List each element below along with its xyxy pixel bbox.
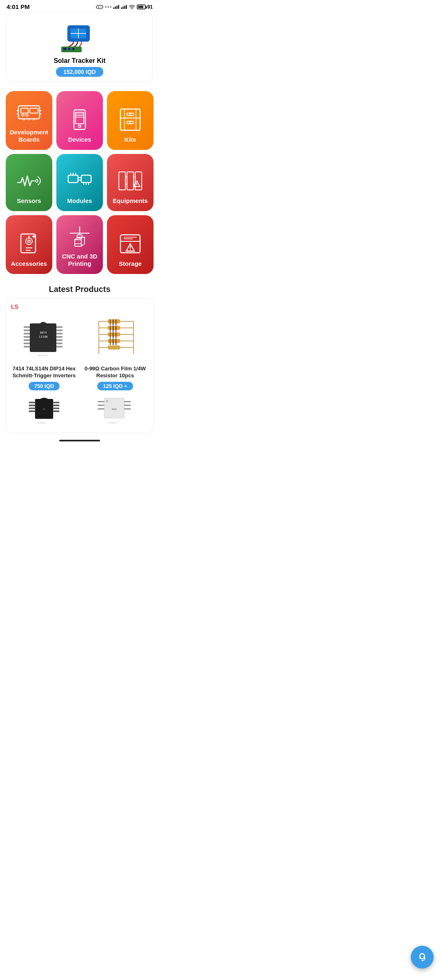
svg-rect-128 [29,402,35,403]
svg-rect-141 [98,405,104,406]
optocoupler-image: 4N35 Ardunic [87,395,144,428]
svg-point-43 [35,180,36,182]
category-item-modules[interactable]: Modules [56,154,103,211]
svg-rect-55 [127,172,134,190]
svg-text:Ardunic: Ardunic [38,354,49,356]
bottom-bar [0,438,159,446]
svg-text:4N35: 4N35 [111,408,117,410]
svg-rect-27 [22,114,24,116]
product-item-name: 0-99Ω Carbon Film 1/4W Resistor 10pcs [82,365,148,379]
svg-point-34 [78,125,81,127]
sensor-wave-icon [16,168,42,194]
product-item-price: 125 IQD + [97,382,133,390]
top-product-card[interactable]: Solar Tracker Kit 152,000 IQD [7,12,153,82]
svg-text:LS14N: LS14N [39,335,47,339]
svg-rect-130 [29,408,35,409]
svg-rect-44 [68,175,78,183]
svg-rect-91 [24,343,30,344]
signal-icon-2 [121,5,127,9]
home-indicator [59,440,100,441]
svg-text:IC: IC [43,408,45,410]
latest-products-card: LS SN74 LS14N [6,298,154,433]
category-label-sensors: Sensors [17,197,41,205]
svg-text:Ardunic: Ardunic [109,421,118,424]
product-image [55,17,104,54]
svg-rect-45 [81,175,91,183]
svg-rect-74 [75,240,81,246]
svg-text:SN74: SN74 [40,331,47,334]
svg-rect-131 [29,410,35,412]
category-label-dev-boards: DevelopmentBoards [10,129,48,143]
circuit-board-icon [16,99,42,125]
category-label-accessories: Accessories [11,260,47,267]
category-item-dev-boards[interactable]: DevelopmentBoards [6,91,52,150]
equipment-icon [117,168,143,194]
svg-rect-142 [98,408,104,410]
svg-rect-16 [72,48,74,50]
svg-point-6 [107,6,109,7]
svg-rect-97 [56,339,62,341]
products-row-2: IC Ardunic [11,395,148,428]
battery-level: 91 [147,4,153,10]
status-time: 4:01 PM [7,3,30,10]
svg-rect-143 [124,401,131,402]
product-item[interactable]: 0-99Ω Carbon Film 1/4W Resistor 10pcs 12… [82,313,148,390]
svg-point-5 [105,6,106,7]
svg-point-62 [136,186,137,187]
cabinet-icon [117,107,143,133]
svg-rect-92 [24,346,30,347]
category-item-accessories[interactable]: Accessories [6,215,52,274]
status-bar: 4:01 PM [0,0,159,12]
category-label-equipments: Equipments [113,197,148,205]
svg-rect-90 [24,339,30,341]
svg-point-66 [28,240,30,243]
category-item-storage[interactable]: Storage [107,215,154,274]
svg-rect-107 [108,326,120,330]
ls-label: LS [11,303,148,310]
product-thumb: 4N35 Ardunic [87,395,144,428]
product-item[interactable]: SN74 LS14N [11,313,77,390]
product-thumb: SN74 LS14N [16,313,73,362]
svg-rect-140 [98,401,104,402]
svg-rect-88 [24,333,30,334]
category-item-equipments[interactable]: Equipments [107,154,154,211]
svg-rect-144 [124,405,131,406]
svg-rect-15 [68,48,70,50]
product-item[interactable]: 4N35 Ardunic [82,395,148,428]
category-item-sensors[interactable]: Sensors [6,154,52,211]
accessories-icon [16,231,42,257]
solar-tracker-image [55,17,104,54]
cnc-icon [67,223,93,249]
wifi-icon [129,4,135,9]
category-label-cnc-3d: CNC and 3DPrinting [62,253,98,267]
svg-rect-28 [26,114,28,116]
ic-chip-image: SN74 LS14N [16,313,73,362]
category-label-modules: Modules [67,197,92,205]
category-item-cnc-3d[interactable]: CNC and 3DPrinting [56,215,103,274]
category-item-devices[interactable]: Devices [56,91,103,150]
battery-icon [137,4,146,9]
svg-rect-0 [96,5,103,9]
svg-rect-132 [53,402,59,403]
gamepad-icon [96,4,103,10]
svg-rect-98 [56,343,62,344]
ic-black-image: IC Ardunic [16,395,73,428]
status-icons: 91 [96,4,153,10]
svg-rect-54 [119,172,125,190]
product-item[interactable]: IC Ardunic [11,395,77,428]
svg-point-4 [101,7,102,7]
svg-rect-145 [124,408,131,410]
products-row: SN74 LS14N [11,313,148,390]
more-icon [105,6,111,8]
category-item-kits[interactable]: Kits [107,91,154,150]
svg-rect-129 [29,405,35,406]
svg-rect-96 [56,336,62,338]
svg-rect-19 [30,108,38,113]
svg-rect-112 [108,332,120,336]
svg-text:Ardunic: Ardunic [38,421,47,424]
svg-rect-99 [56,346,62,347]
svg-point-80 [130,249,131,250]
product-price: 152,000 IQD [56,67,103,77]
svg-rect-102 [108,319,120,323]
resistors-image [87,313,144,362]
